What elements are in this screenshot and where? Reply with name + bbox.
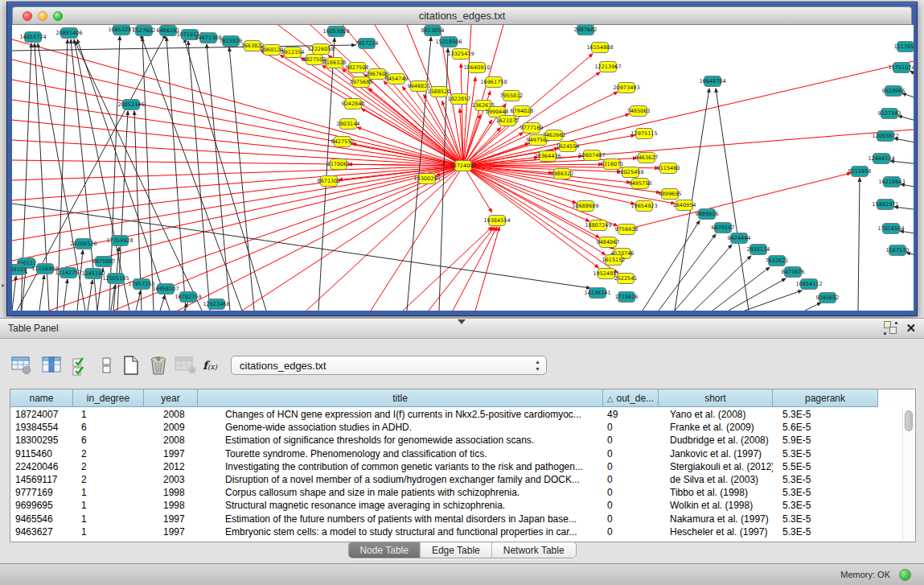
graph-node[interactable]: 10653287 [108,25,134,35]
cell-short[interactable]: Franke et al. (2009) [659,421,773,434]
graph-node[interactable]: 19384554 [483,216,510,226]
cell-out_degree[interactable]: 0 [603,486,659,499]
cell-title[interactable]: Disruption of a novel member of a sodium… [198,473,603,486]
close-panel-icon[interactable]: ✕ [906,321,916,335]
cell-pagerank[interactable]: 5.3E-5 [773,499,878,512]
hidden-panel-arrow[interactable]: ▸ [2,282,5,289]
graph-node[interactable]: 12226058 [307,44,334,55]
cell-out_degree[interactable]: 0 [603,460,659,473]
graph-node[interactable]: 8427552 [331,137,355,147]
graph-node[interactable]: 8186328 [323,58,347,68]
function-builder-button[interactable]: f(x) [198,353,222,377]
graph-edge[interactable] [39,275,44,311]
cell-pagerank[interactable]: 5.5E-5 [773,460,878,473]
cell-in_degree[interactable]: 1 [73,525,144,538]
graph-edge[interactable] [12,276,16,311]
column-header-short[interactable]: short [659,389,773,407]
graph-edge[interactable] [64,279,68,311]
graph-node[interactable]: 1167530 [886,245,910,256]
cell-pagerank[interactable]: 5.3E-5 [773,486,878,499]
graph-node[interactable]: 12444134 [868,154,894,164]
cell-name[interactable]: 9699695 [10,499,73,512]
graph-node[interactable]: 16210643 [878,177,905,187]
graph-edge[interactable] [745,290,802,311]
graph-node[interactable]: 18640910 [463,63,490,73]
cell-short[interactable]: Dudbridge et al. (2008) [659,434,773,447]
cell-title[interactable]: Investigating the contribution of common… [198,460,603,473]
cell-year[interactable]: 1998 [144,499,198,512]
row-height-button[interactable] [95,353,119,377]
cell-in_degree[interactable]: 2 [73,473,144,486]
cell-out_degree[interactable]: 0 [603,499,659,512]
graph-node[interactable]: 7615526 [220,36,243,47]
graph-node[interactable]: 9484067 [597,237,620,248]
graph-node[interactable]: 17359928 [106,236,133,246]
column-header-in_degree[interactable]: in_degree [73,389,144,407]
graph-edge[interactable] [229,47,254,311]
graph-node[interactable]: 8215958 [848,167,872,177]
cell-year[interactable]: 1997 [144,513,198,525]
graph-edge[interactable] [77,250,83,311]
cell-in_degree[interactable]: 6 [73,434,144,447]
graph-node[interactable]: 12093872 [872,131,898,142]
cell-year[interactable]: 2003 [144,473,198,486]
graph-node[interactable]: 9227343 [878,109,901,119]
cell-pagerank[interactable]: 5.3E-5 [773,525,878,538]
graph-edge[interactable] [136,290,141,311]
graph-edge[interactable] [12,166,463,220]
graph-node[interactable]: 13325419 [447,49,474,60]
graph-node[interactable]: 18807249 [585,220,611,231]
cell-short[interactable]: Tibbo et al. (1998) [659,486,773,499]
cell-name[interactable]: 14569117 [10,473,73,486]
column-header-title[interactable]: title [198,389,603,407]
graph-node[interactable]: 1527602 [133,26,156,36]
graph-node[interactable]: 12142757 [55,268,81,278]
network-canvas[interactable]: 1872400776638229860124891235412226058982… [12,25,914,311]
graph-edge[interactable] [12,166,463,241]
graph-node[interactable]: 8912354 [281,47,305,58]
graph-node[interactable]: 9899695 [659,189,682,200]
graph-edge[interactable] [429,227,495,311]
graph-edge[interactable] [463,77,475,166]
cell-pagerank[interactable]: 5.3E-5 [773,513,878,525]
tab-network-table[interactable]: Network Table [491,542,576,558]
network-view-window[interactable]: citations_edges.txt 18724007766382298601… [6,2,918,316]
graph-node[interactable]: 17957253 [128,279,154,290]
float-panel-icon[interactable] [884,321,897,335]
graph-node[interactable]: 6679197 [712,223,735,233]
graph-node[interactable]: 9495758 [629,179,652,189]
cell-name[interactable]: 18300295 [10,434,73,447]
graph-node[interactable]: 7986322 [551,169,574,179]
table-row[interactable]: 1938455462009Genome-wide association stu… [10,421,915,434]
cell-out_degree[interactable]: 0 [603,473,659,486]
cell-out_degree[interactable]: 0 [603,421,659,434]
graph-node[interactable]: 2522541 [614,274,638,284]
graph-node[interactable]: 20053346 [117,100,144,110]
cell-pagerank[interactable]: 5.9E-5 [773,434,878,447]
cell-in_degree[interactable]: 1 [73,486,144,499]
graph-node[interactable]: 7632621 [766,256,789,266]
table-row[interactable]: 1830029562008Estimation of significance … [10,434,915,447]
graph-node[interactable]: 1640954 [673,200,696,211]
graph-node[interactable]: 9756928 [615,225,639,235]
cell-short[interactable]: Hescheler et al. (1997) [659,525,773,538]
graph-node[interactable]: 7955812 [500,91,524,101]
graph-node[interactable]: 2170061 [327,159,351,170]
graph-node[interactable]: 6794028 [511,106,534,117]
graph-node[interactable]: 1624554 [556,142,580,152]
cell-in_degree[interactable]: 2 [73,447,144,460]
tab-node-table[interactable]: Node Table [348,542,420,558]
graph-node[interactable]: 9860124 [261,45,284,56]
graph-node[interactable]: 9245652 [816,293,840,303]
graph-edge[interactable] [188,41,210,311]
graph-node[interactable]: 10025458 [617,167,643,178]
graph-node[interactable]: 9529966 [882,86,906,97]
graph-node[interactable]: 7462662 [543,130,566,141]
cell-short[interactable]: Nakamura et al. (1997) [659,513,773,525]
cell-out_degree[interactable]: 0 [603,513,659,525]
graph-node[interactable]: 1117053 [894,42,914,52]
cell-out_degree[interactable]: 0 [603,447,659,460]
graph-node[interactable]: 9115460 [657,163,680,174]
cell-year[interactable]: 1997 [144,447,198,460]
graph-node[interactable]: 9242848 [342,99,365,109]
